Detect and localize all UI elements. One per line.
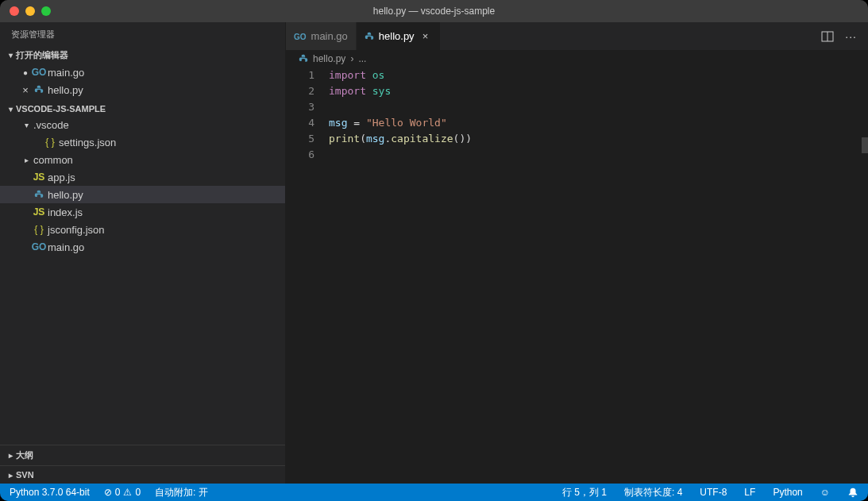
breadcrumb-separator: › bbox=[350, 53, 353, 64]
line-number: 5 bbox=[286, 131, 314, 147]
minimap-slider[interactable] bbox=[862, 137, 868, 153]
code-line[interactable] bbox=[329, 147, 868, 163]
line-number: 1 bbox=[286, 67, 314, 83]
close-tab-icon[interactable]: × bbox=[419, 30, 432, 42]
chevron-right-icon: ▸ bbox=[5, 471, 16, 480]
chevron-down-icon: ▾ bbox=[5, 51, 16, 60]
tree-item-label: common bbox=[32, 154, 73, 166]
project-section[interactable]: ▾ VSCODE-JS-SAMPLE bbox=[0, 102, 285, 116]
status-eol[interactable]: LF bbox=[741, 487, 758, 498]
tree-item-label: hello.py bbox=[46, 189, 83, 201]
js-file-icon: JS bbox=[32, 171, 46, 183]
svn-title: SVN bbox=[16, 470, 34, 480]
collapsed-sections: ▸ 大纲 ▸ SVN bbox=[0, 445, 285, 484]
python-file-icon bbox=[32, 190, 46, 199]
open-editors-section[interactable]: ▾ 打开的编辑器 bbox=[0, 47, 285, 64]
file-item[interactable]: GOmain.go bbox=[0, 238, 285, 256]
traffic-lights bbox=[0, 6, 51, 16]
status-problems[interactable]: ⊘0 ⚠0 bbox=[101, 487, 144, 498]
tree-item-label: .vscode bbox=[32, 119, 69, 131]
python-file-icon bbox=[32, 85, 46, 94]
python-file-icon bbox=[365, 32, 374, 41]
minimap[interactable] bbox=[855, 67, 868, 484]
status-language[interactable]: Python bbox=[770, 487, 805, 498]
open-editor-label: hello.py bbox=[46, 84, 83, 96]
split-editor-icon[interactable] bbox=[821, 30, 834, 43]
file-tree: ▾.vscode{ }settings.json▸commonJSapp.jsh… bbox=[0, 116, 285, 259]
statusbar: Python 3.7.0 64-bit ⊘0 ⚠0 自动附加: 开 行 5，列 … bbox=[0, 484, 868, 501]
code-content[interactable]: import osimport sysmsg = "Hello World"pr… bbox=[329, 67, 868, 484]
titlebar: hello.py — vscode-js-sample bbox=[0, 0, 868, 22]
file-item[interactable]: { }settings.json bbox=[0, 133, 285, 151]
project-title: VSCODE-JS-SAMPLE bbox=[16, 104, 106, 114]
code-line[interactable]: import sys bbox=[329, 83, 868, 99]
maximize-window-button[interactable] bbox=[41, 6, 51, 16]
js-file-icon: JS bbox=[32, 206, 46, 218]
line-gutter: 123456 bbox=[286, 67, 329, 484]
file-item[interactable]: hello.py bbox=[0, 186, 285, 203]
outline-section[interactable]: ▸ 大纲 bbox=[0, 445, 285, 465]
json-file-icon: { } bbox=[43, 137, 57, 148]
tree-item-label: main.go bbox=[46, 241, 84, 253]
open-editor-item[interactable]: ●GOmain.go bbox=[0, 64, 285, 81]
error-icon: ⊘ bbox=[104, 487, 112, 498]
editor-tab[interactable]: GOmain.go bbox=[286, 22, 357, 50]
chevron-down-icon: ▾ bbox=[5, 105, 16, 114]
code-line[interactable] bbox=[329, 99, 868, 115]
tree-item-label: settings.json bbox=[57, 137, 116, 148]
tree-item-label: jsconfig.json bbox=[46, 224, 105, 236]
tab-label: hello.py bbox=[379, 30, 415, 42]
breadcrumb[interactable]: hello.py › ... bbox=[286, 50, 868, 67]
go-file-icon: GO bbox=[32, 67, 46, 78]
status-feedback-icon[interactable]: ☺ bbox=[817, 487, 833, 498]
open-editor-item[interactable]: ×hello.py bbox=[0, 81, 285, 98]
folder-item[interactable]: ▸common bbox=[0, 151, 285, 168]
editor-dot-icon: ● bbox=[19, 68, 32, 77]
code-line[interactable]: msg = "Hello World" bbox=[329, 115, 868, 131]
file-item[interactable]: { }jsconfig.json bbox=[0, 221, 285, 238]
code-line[interactable]: import os bbox=[329, 67, 868, 83]
tab-bar: GOmain.gohello.py× ··· bbox=[286, 22, 868, 50]
tab-actions: ··· bbox=[821, 30, 868, 43]
breadcrumb-file: hello.py bbox=[313, 53, 345, 64]
tree-item-label: index.js bbox=[46, 206, 83, 218]
tabs-container: GOmain.gohello.py× bbox=[286, 22, 441, 50]
go-file-icon: GO bbox=[294, 31, 307, 42]
open-editors-title: 打开的编辑器 bbox=[16, 49, 68, 61]
status-bell-icon[interactable] bbox=[844, 487, 862, 498]
tab-label: main.go bbox=[311, 30, 348, 42]
more-actions-icon[interactable]: ··· bbox=[845, 30, 857, 43]
editor-tab[interactable]: hello.py× bbox=[357, 22, 441, 50]
open-editors-list: ●GOmain.go×hello.py bbox=[0, 64, 285, 102]
editor-area: GOmain.gohello.py× ··· hello.py › ... 12… bbox=[286, 22, 868, 484]
file-item[interactable]: JSapp.js bbox=[0, 168, 285, 186]
folder-item[interactable]: ▾.vscode bbox=[0, 116, 285, 133]
chevron-down-icon: ▾ bbox=[21, 121, 32, 129]
tree-item-label: app.js bbox=[46, 171, 75, 183]
minimize-window-button[interactable] bbox=[25, 6, 35, 16]
breadcrumb-more: ... bbox=[358, 53, 366, 64]
status-cursor[interactable]: 行 5，列 1 bbox=[559, 486, 610, 499]
warning-icon: ⚠ bbox=[123, 487, 132, 498]
chevron-right-icon: ▸ bbox=[21, 156, 32, 164]
workbench-body: 资源管理器 ▾ 打开的编辑器 ●GOmain.go×hello.py ▾ VSC… bbox=[0, 22, 868, 484]
status-tabsize[interactable]: 制表符长度: 4 bbox=[621, 486, 685, 499]
file-item[interactable]: JSindex.js bbox=[0, 203, 285, 221]
svn-section[interactable]: ▸ SVN bbox=[0, 465, 285, 484]
status-attach[interactable]: 自动附加: 开 bbox=[152, 486, 211, 499]
line-number: 6 bbox=[286, 147, 314, 163]
line-number: 3 bbox=[286, 99, 314, 115]
line-number: 4 bbox=[286, 115, 314, 131]
chevron-right-icon: ▸ bbox=[5, 451, 16, 460]
go-file-icon: GO bbox=[32, 241, 46, 252]
sidebar: 资源管理器 ▾ 打开的编辑器 ●GOmain.go×hello.py ▾ VSC… bbox=[0, 22, 286, 484]
sidebar-header: 资源管理器 bbox=[0, 22, 285, 47]
open-editor-label: main.go bbox=[46, 67, 84, 79]
code-line[interactable]: print(msg.capitalize()) bbox=[329, 131, 868, 147]
status-python[interactable]: Python 3.7.0 64-bit bbox=[6, 487, 93, 498]
close-window-button[interactable] bbox=[10, 6, 19, 16]
status-encoding[interactable]: UTF-8 bbox=[696, 487, 730, 498]
code-editor[interactable]: 123456 import osimport sysmsg = "Hello W… bbox=[286, 67, 868, 484]
close-editor-icon[interactable]: × bbox=[19, 84, 32, 96]
json-file-icon: { } bbox=[32, 224, 46, 235]
